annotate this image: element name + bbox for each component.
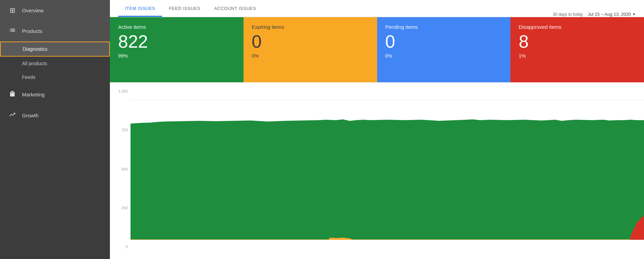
- chart-svg: [131, 82, 644, 259]
- tab-account-issues[interactable]: ACCOUNT ISSUES: [207, 1, 263, 17]
- sidebar: ⊞ Overview Products Diagnostics All prod…: [0, 0, 110, 259]
- tabs-bar: ITEM ISSUES FEED ISSUES ACCOUNT ISSUES 3…: [110, 0, 644, 17]
- date-range-value-text: Jul 15 – Aug 13, 2020: [588, 12, 631, 17]
- sidebar-label-marketing: Marketing: [22, 92, 45, 97]
- y-label-1000: 1,000: [110, 89, 128, 93]
- chart-y-labels: 1,000 750 500 250 0: [110, 82, 131, 259]
- pending-items-pct: 0%: [385, 53, 502, 59]
- disapproved-items-value: 8: [519, 33, 636, 50]
- sidebar-item-overview[interactable]: ⊞ Overview: [0, 0, 110, 21]
- feeds-label: Feeds: [22, 74, 35, 80]
- expiring-items-pct: 0%: [252, 53, 369, 59]
- marketing-icon: [8, 90, 16, 99]
- stats-row: Active items 822 99% Expiring items 0 0%…: [110, 17, 644, 82]
- date-range-selector[interactable]: Jul 15 – Aug 13, 2020 ▼: [588, 12, 636, 17]
- main-content: ITEM ISSUES FEED ISSUES ACCOUNT ISSUES 3…: [110, 0, 644, 259]
- stat-card-disapproved[interactable]: Disapproved items 8 1%: [510, 17, 644, 82]
- y-label-250: 250: [110, 206, 128, 210]
- products-icon: [8, 27, 16, 35]
- tab-feed-issues[interactable]: FEED ISSUES: [162, 1, 207, 17]
- disapproved-items-label: Disapproved items: [519, 24, 636, 30]
- sidebar-sub-item-all-products[interactable]: All products: [0, 57, 110, 70]
- diagnostics-label: Diagnostics: [23, 46, 47, 52]
- sidebar-item-products[interactable]: Products: [0, 21, 110, 42]
- sidebar-label-growth: Growth: [22, 113, 38, 118]
- disapproved-items-pct: 1%: [519, 53, 636, 59]
- pending-items-label: Pending items: [385, 24, 502, 30]
- active-items-pct: 99%: [118, 53, 235, 59]
- stat-card-active[interactable]: Active items 822 99%: [110, 17, 244, 82]
- date-range-container: 30 days to today Jul 15 – Aug 13, 2020 ▼: [553, 12, 636, 17]
- active-items-label: Active items: [118, 24, 235, 30]
- pending-items-value: 0: [385, 33, 502, 50]
- tab-item-issues[interactable]: ITEM ISSUES: [118, 1, 162, 17]
- stat-card-pending[interactable]: Pending items 0 0%: [377, 17, 511, 82]
- sidebar-item-marketing[interactable]: Marketing: [0, 84, 110, 105]
- sidebar-label-products: Products: [22, 28, 42, 34]
- sidebar-sub-item-diagnostics[interactable]: Diagnostics: [0, 42, 110, 57]
- sidebar-label-overview: Overview: [22, 8, 44, 13]
- expiring-items-value: 0: [252, 33, 369, 50]
- chart-orange-area: [131, 239, 644, 240]
- y-label-500: 500: [110, 167, 128, 171]
- expiring-items-label: Expiring items: [252, 24, 369, 30]
- active-items-value: 822: [118, 33, 235, 50]
- date-range-label: 30 days to today: [553, 12, 583, 17]
- y-label-750: 750: [110, 128, 128, 132]
- chart-area: 1,000 750 500 250 0: [110, 82, 644, 259]
- stat-card-expiring[interactable]: Expiring items 0 0%: [244, 17, 377, 82]
- sidebar-sub-item-feeds[interactable]: Feeds: [0, 70, 110, 84]
- chevron-down-icon: ▼: [632, 12, 636, 16]
- all-products-label: All products: [22, 61, 47, 66]
- overview-icon: ⊞: [8, 6, 16, 14]
- y-label-0: 0: [110, 245, 128, 249]
- growth-icon: [8, 111, 16, 120]
- sidebar-item-growth[interactable]: Growth: [0, 105, 110, 126]
- chart-green-area: [131, 119, 644, 240]
